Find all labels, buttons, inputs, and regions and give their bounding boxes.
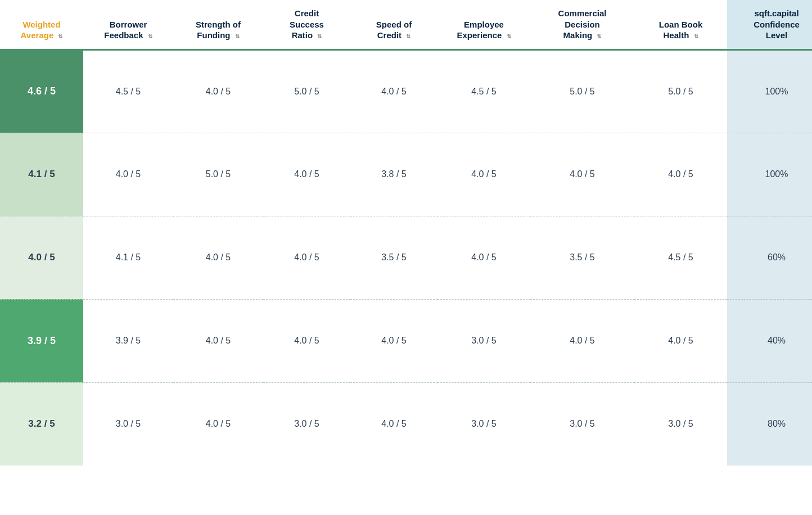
sort-icon-sf[interactable]: ⇅ bbox=[235, 33, 240, 40]
cell-cdm-row-4: 3.0 / 5 bbox=[530, 382, 634, 466]
sort-icon-bf[interactable]: ⇅ bbox=[148, 33, 152, 40]
cell-sqft-row-2: 60% bbox=[727, 216, 812, 299]
header-employee-experience[interactable]: EmployeeExperience ⇅ bbox=[437, 0, 530, 49]
cell-sf-row-2: 4.0 / 5 bbox=[173, 216, 263, 299]
cell-wa-row-0: 4.6 / 5 bbox=[0, 49, 83, 133]
cell-lbh-row-0: 5.0 / 5 bbox=[634, 49, 727, 133]
cell-ee-row-0: 4.5 / 5 bbox=[437, 49, 530, 133]
cell-sf-row-4: 4.0 / 5 bbox=[173, 382, 263, 466]
cell-csr-row-1: 4.0 / 5 bbox=[263, 133, 350, 216]
sort-icon-lbh[interactable]: ⇅ bbox=[694, 33, 698, 40]
cell-wa-row-1: 4.1 / 5 bbox=[0, 133, 83, 216]
cell-lbh-row-1: 4.0 / 5 bbox=[634, 133, 727, 216]
sort-icon-csr[interactable]: ⇅ bbox=[317, 33, 322, 40]
cell-cdm-row-1: 4.0 / 5 bbox=[530, 133, 634, 216]
cell-ee-row-4: 3.0 / 5 bbox=[437, 382, 530, 466]
cell-csr-row-0: 5.0 / 5 bbox=[263, 49, 350, 133]
header-weighted-average[interactable]: WeightedAverage ⇅ bbox=[0, 0, 83, 49]
cell-sc-row-1: 3.8 / 5 bbox=[350, 133, 437, 216]
cell-wa-row-2: 4.0 / 5 bbox=[0, 216, 83, 299]
cell-bf-row-1: 4.0 / 5 bbox=[83, 133, 173, 216]
header-strength-funding[interactable]: Strength ofFunding ⇅ bbox=[173, 0, 263, 49]
cell-sc-row-4: 4.0 / 5 bbox=[350, 382, 437, 466]
cell-lbh-row-4: 3.0 / 5 bbox=[634, 382, 727, 466]
header-commercial-decision-making[interactable]: CommercialDecisionMaking ⇅ bbox=[530, 0, 634, 49]
table-header-row: WeightedAverage ⇅ BorrowerFeedback ⇅ Str… bbox=[0, 0, 812, 49]
table-row: 4.0 / 54.1 / 54.0 / 54.0 / 53.5 / 54.0 /… bbox=[0, 216, 812, 299]
sort-icon-wa[interactable]: ⇅ bbox=[58, 33, 62, 40]
cell-cdm-row-2: 3.5 / 5 bbox=[530, 216, 634, 299]
cell-wa-row-4: 3.2 / 5 bbox=[0, 382, 83, 466]
cell-sc-row-2: 3.5 / 5 bbox=[350, 216, 437, 299]
cell-ee-row-1: 4.0 / 5 bbox=[437, 133, 530, 216]
cell-cdm-row-0: 5.0 / 5 bbox=[530, 49, 634, 133]
cell-csr-row-3: 4.0 / 5 bbox=[263, 299, 350, 382]
header-credit-success-ratio[interactable]: CreditSuccessRatio ⇅ bbox=[263, 0, 350, 49]
cell-sf-row-0: 4.0 / 5 bbox=[173, 49, 263, 133]
table-row: 4.6 / 54.5 / 54.0 / 55.0 / 54.0 / 54.5 /… bbox=[0, 49, 812, 133]
cell-csr-row-4: 3.0 / 5 bbox=[263, 382, 350, 466]
sort-icon-sc[interactable]: ⇅ bbox=[406, 33, 410, 40]
header-ee-label: EmployeeExperience bbox=[457, 20, 504, 40]
header-sqft-label: sqft.capitalConfidenceLevel bbox=[754, 8, 800, 40]
cell-sqft-row-1: 100% bbox=[727, 133, 812, 216]
cell-lbh-row-2: 4.5 / 5 bbox=[634, 216, 727, 299]
cell-bf-row-3: 3.9 / 5 bbox=[83, 299, 173, 382]
cell-ee-row-3: 3.0 / 5 bbox=[437, 299, 530, 382]
table-row: 3.9 / 53.9 / 54.0 / 54.0 / 54.0 / 53.0 /… bbox=[0, 299, 812, 382]
cell-wa-row-3: 3.9 / 5 bbox=[0, 299, 83, 382]
header-sqft-confidence: sqft.capitalConfidenceLevel bbox=[727, 0, 812, 49]
header-bf-label: BorrowerFeedback bbox=[104, 20, 147, 40]
cell-sf-row-1: 5.0 / 5 bbox=[173, 133, 263, 216]
header-borrower-feedback[interactable]: BorrowerFeedback ⇅ bbox=[83, 0, 173, 49]
cell-ee-row-2: 4.0 / 5 bbox=[437, 216, 530, 299]
cell-sqft-row-3: 40% bbox=[727, 299, 812, 382]
header-speed-credit[interactable]: Speed ofCredit ⇅ bbox=[350, 0, 437, 49]
sort-icon-cdm[interactable]: ⇅ bbox=[597, 33, 601, 40]
cell-sqft-row-0: 100% bbox=[727, 49, 812, 133]
sort-icon-ee[interactable]: ⇅ bbox=[507, 33, 511, 40]
data-table: WeightedAverage ⇅ BorrowerFeedback ⇅ Str… bbox=[0, 0, 812, 466]
cell-sqft-row-4: 80% bbox=[727, 382, 812, 466]
header-wa-label: WeightedAverage bbox=[21, 20, 61, 40]
cell-bf-row-0: 4.5 / 5 bbox=[83, 49, 173, 133]
table-row: 4.1 / 54.0 / 55.0 / 54.0 / 53.8 / 54.0 /… bbox=[0, 133, 812, 216]
header-loan-book-health[interactable]: Loan BookHealth ⇅ bbox=[634, 0, 727, 49]
cell-lbh-row-3: 4.0 / 5 bbox=[634, 299, 727, 382]
cell-cdm-row-3: 4.0 / 5 bbox=[530, 299, 634, 382]
header-sf-label: Strength ofFunding bbox=[196, 20, 241, 40]
cell-sf-row-3: 4.0 / 5 bbox=[173, 299, 263, 382]
cell-csr-row-2: 4.0 / 5 bbox=[263, 216, 350, 299]
cell-bf-row-4: 3.0 / 5 bbox=[83, 382, 173, 466]
cell-sc-row-0: 4.0 / 5 bbox=[350, 49, 437, 133]
cell-sc-row-3: 4.0 / 5 bbox=[350, 299, 437, 382]
cell-bf-row-2: 4.1 / 5 bbox=[83, 216, 173, 299]
table-row: 3.2 / 53.0 / 54.0 / 53.0 / 54.0 / 53.0 /… bbox=[0, 382, 812, 466]
